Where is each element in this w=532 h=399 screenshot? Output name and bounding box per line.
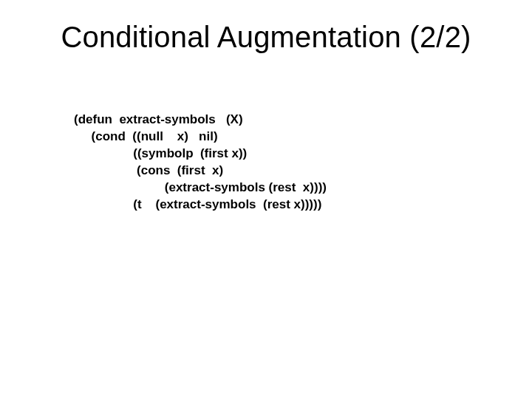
slide-title: Conditional Augmentation (2/2): [0, 21, 532, 54]
code-line-1: (defun extract-symbols (X): [74, 112, 243, 126]
code-line-5: (extract-symbols (rest x)))): [74, 180, 327, 194]
slide: Conditional Augmentation (2/2) (defun ex…: [0, 0, 532, 399]
code-line-2: (cond ((null x) nil): [74, 129, 218, 143]
code-line-3: ((symbolp (first x)): [74, 146, 247, 160]
code-line-6: (t (extract-symbols (rest x))))): [74, 197, 321, 211]
code-block: (defun extract-symbols (X) (cond ((null …: [74, 95, 327, 231]
code-line-4: (cons (first x): [74, 163, 223, 177]
